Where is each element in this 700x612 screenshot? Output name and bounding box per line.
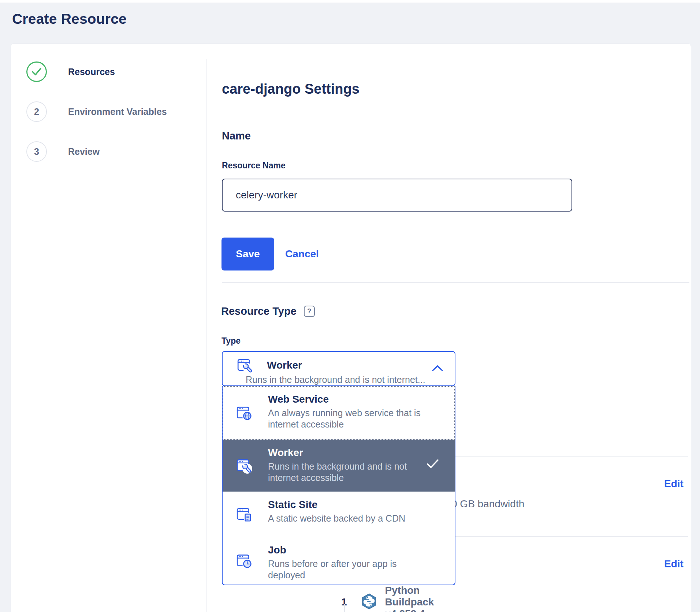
- create-resource-page: Create Resource Resources 2 Environment …: [0, 0, 700, 612]
- option-description: A static website backed by a CDN: [268, 513, 435, 524]
- stepper-divider: [206, 59, 207, 612]
- stepper-step-resources[interactable]: Resources: [26, 61, 115, 82]
- option-title: Web Service: [268, 393, 440, 405]
- step-label: Resources: [68, 67, 115, 77]
- bandwidth-text: 0 GB bandwidth: [451, 498, 524, 510]
- chevron-up-icon: [431, 364, 444, 374]
- option-description: An always running web service that is in…: [268, 407, 435, 430]
- cancel-button[interactable]: Cancel: [285, 238, 319, 270]
- resource-name-label: Resource Name: [222, 161, 286, 171]
- top-strip: [0, 0, 700, 3]
- page-title: Create Resource: [12, 11, 127, 27]
- save-button[interactable]: Save: [221, 238, 274, 270]
- option-title: Static Site: [268, 499, 440, 511]
- stepper-step-environment-variables[interactable]: 2 Environment Variables: [26, 101, 167, 122]
- buildpack-name: Python Buildpack v4.253.4: [385, 585, 434, 612]
- resource-name-input[interactable]: [222, 179, 572, 212]
- section-divider: [222, 282, 689, 283]
- option-description: Runs before or after your app is deploye…: [268, 558, 435, 581]
- create-resource-card: Resources 2 Environment Variables 3 Revi…: [11, 43, 691, 612]
- option-title: Worker: [268, 447, 440, 459]
- step-label: Review: [68, 146, 100, 157]
- option-title: Job: [268, 544, 440, 556]
- check-icon: [31, 67, 42, 76]
- timeline-connector: [344, 604, 345, 612]
- web-service-icon: [236, 404, 253, 423]
- stepper-step-review[interactable]: 3 Review: [26, 141, 100, 162]
- resource-type-title: Resource Type: [221, 305, 297, 317]
- step-number-circle: 3: [26, 141, 47, 162]
- type-select-wrap: Worker Runs in the background and is not…: [222, 351, 455, 585]
- type-select[interactable]: Worker Runs in the background and is not…: [222, 351, 455, 386]
- step-complete-circle: [26, 61, 47, 82]
- option-static-site[interactable]: Static Site A static website backed by a…: [223, 492, 455, 537]
- static-site-icon: [236, 506, 253, 524]
- selected-check-icon: [426, 459, 439, 470]
- worker-icon: [236, 457, 253, 475]
- name-section-heading: Name: [222, 130, 251, 142]
- option-web-service[interactable]: Web Service An always running web servic…: [223, 386, 455, 440]
- type-label: Type: [221, 336, 241, 346]
- type-dropdown-menu: Web Service An always running web servic…: [222, 386, 455, 585]
- step-label: Environment Variables: [68, 107, 167, 117]
- edit-link[interactable]: Edit: [664, 478, 684, 490]
- selected-type-title: Worker: [267, 359, 302, 371]
- option-job[interactable]: Job Runs before or after your app is dep…: [223, 537, 455, 585]
- edit-link[interactable]: Edit: [664, 558, 684, 570]
- job-icon: [236, 552, 253, 571]
- option-worker[interactable]: Worker Runs in the background and is not…: [223, 440, 455, 492]
- option-description: Runs in the background and is not intern…: [268, 461, 422, 484]
- resource-type-heading: Resource Type ?: [221, 305, 315, 317]
- buildpack-row: 1 Python Buildpack v4.253.4: [341, 585, 434, 612]
- selected-type-description: Runs in the background and is not intern…: [246, 374, 429, 385]
- step-number-circle: 2: [26, 101, 47, 122]
- python-icon: [362, 593, 376, 611]
- worker-icon: [237, 357, 253, 374]
- settings-heading: care-django Settings: [222, 81, 360, 97]
- help-icon[interactable]: ?: [304, 306, 315, 317]
